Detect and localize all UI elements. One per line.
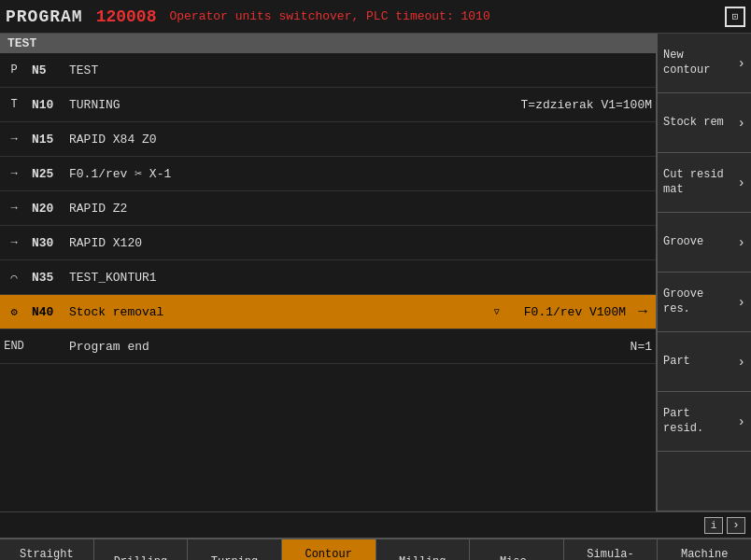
- row-content-row-p: N5TEST: [28, 63, 656, 77]
- btn-part-resid-label: Part resid.: [663, 407, 736, 436]
- row-content-row-end: Program endN=1: [28, 340, 656, 354]
- row-icon-row-r4: →: [0, 226, 28, 259]
- program-list: PN5TESTTN10TURNINGT=zdzierak V1=100M→N15…: [0, 53, 656, 511]
- tb-drilling[interactable]: Drilling: [94, 539, 189, 560]
- btn-part-resid[interactable]: Part resid.›: [658, 392, 751, 452]
- row-content-row-r3: N20RAPID Z2: [28, 202, 656, 216]
- btn-cut-resid[interactable]: Cut resid mat›: [658, 153, 751, 213]
- row-cmd-row-r2: F0.1/rev ✂ X-1: [69, 166, 652, 181]
- program-area: TEST PN5TESTTN10TURNINGT=zdzierak V1=100…: [0, 34, 656, 511]
- row-cmd-row-r1: RAPID X84 Z0: [69, 133, 652, 147]
- btn-new-contour-label: New contour: [663, 49, 736, 77]
- row-content-row-r1: N15RAPID X84 Z0: [28, 133, 656, 147]
- row-content-row-r2: N25F0.1/rev ✂ X-1: [28, 166, 656, 181]
- btn-groove-label: Groove: [663, 235, 736, 250]
- row-cmd-row-c: TEST_KONTUR1: [69, 271, 652, 285]
- btn-part-resid-arrow: ›: [738, 414, 745, 429]
- btn-groove-res-label: Groove res.: [663, 287, 736, 316]
- row-content-row-t: N10TURNINGT=zdzierak V1=100M: [28, 98, 656, 112]
- row-n-row-p: N5: [32, 63, 69, 77]
- btn-empty[interactable]: [658, 452, 751, 511]
- row-cmd-row-r3: RAPID Z2: [69, 202, 652, 216]
- row-n-row-r4: N30: [32, 236, 69, 250]
- program-row-row-t[interactable]: TN10TURNINGT=zdzierak V1=100M: [0, 88, 656, 122]
- tb-turning[interactable]: Turning: [188, 539, 282, 560]
- row-triangle-row-sel: ▽: [494, 306, 500, 317]
- program-row-row-r2[interactable]: →N25F0.1/rev ✂ X-1: [0, 157, 656, 191]
- row-icon-row-r1: →: [0, 122, 28, 156]
- program-row-row-end[interactable]: ENDProgram endN=1: [0, 329, 656, 364]
- btn-groove-arrow: ›: [738, 235, 745, 250]
- row-icon-row-r2: →: [0, 157, 28, 190]
- btn-new-contour-arrow: ›: [738, 56, 745, 71]
- btn-groove-res-arrow: ›: [738, 295, 745, 310]
- row-n-row-c: N35: [32, 271, 69, 285]
- row-icon-row-t: T: [0, 88, 28, 121]
- program-title: TEST: [0, 34, 656, 53]
- program-label: PROGRAM: [6, 7, 83, 26]
- row-cmd-row-end: Program end: [69, 340, 612, 354]
- header: PROGRAM 120008 Operator units switchover…: [0, 0, 751, 34]
- btn-groove[interactable]: Groove›: [658, 213, 751, 273]
- program-row-row-sel[interactable]: ⚙N40Stock removal▽F0.1/rev V100M→: [0, 295, 656, 329]
- row-content-row-r4: N30RAPID X120: [28, 236, 656, 250]
- program-row-row-c[interactable]: ⌒N35TEST_KONTUR1: [0, 260, 656, 295]
- row-extra-row-sel: F0.1/rev V100M: [524, 305, 626, 319]
- program-row-row-r4[interactable]: →N30RAPID X120: [0, 226, 656, 260]
- row-cmd-row-r4: RAPID X120: [69, 236, 652, 250]
- btn-part[interactable]: Part›: [658, 332, 751, 392]
- program-row-row-r3[interactable]: →N20RAPID Z2: [0, 191, 656, 226]
- status-arrow-button[interactable]: ›: [727, 517, 745, 534]
- tb-contour-turning[interactable]: Contour turning: [282, 539, 376, 560]
- info-button[interactable]: i: [704, 517, 723, 534]
- btn-stock-rem[interactable]: Stock rem›: [658, 93, 751, 153]
- btn-cut-resid-arrow: ›: [738, 175, 745, 190]
- row-n-row-t: N10: [32, 98, 69, 112]
- row-icon-row-end: END: [0, 329, 28, 363]
- btn-part-label: Part: [663, 355, 736, 370]
- header-icon[interactable]: ⊡: [725, 7, 745, 27]
- row-content-row-c: N35TEST_KONTUR1: [28, 271, 656, 285]
- tb-milling[interactable]: Milling: [376, 539, 471, 560]
- tb-straight-circle[interactable]: Straight Circle: [0, 539, 94, 560]
- status-icons: i ›: [704, 517, 745, 534]
- program-row-row-r1[interactable]: →N15RAPID X84 Z0: [0, 122, 656, 157]
- row-n-row-sel: N40: [32, 305, 69, 319]
- row-extra-row-t: T=zdzierak V1=100M: [521, 98, 652, 112]
- row-cmd-row-t: TURNING: [69, 98, 503, 112]
- btn-stock-rem-arrow: ›: [738, 116, 745, 131]
- row-cmd-row-sel: Stock removal: [69, 305, 489, 319]
- main-layout: TEST PN5TESTTN10TURNINGT=zdzierak V1=100…: [0, 34, 751, 511]
- program-row-row-p[interactable]: PN5TEST: [0, 53, 656, 88]
- btn-cut-resid-label: Cut resid mat: [663, 168, 736, 197]
- row-content-row-sel: N40Stock removal▽F0.1/rev V100M: [28, 305, 630, 319]
- row-icon-row-sel: ⚙: [0, 295, 28, 329]
- btn-new-contour[interactable]: New contour›: [658, 34, 751, 93]
- btn-stock-rem-label: Stock rem: [663, 116, 736, 131]
- row-icon-row-c: ⌒: [0, 260, 28, 294]
- error-code: 120008: [96, 7, 157, 26]
- tb-misc[interactable]: Misc.: [470, 539, 564, 560]
- row-n-row-r3: N20: [32, 202, 69, 216]
- tb-machine-here[interactable]: Machine from here: [658, 539, 751, 560]
- row-arrow-row-sel: →: [630, 303, 656, 320]
- status-bar: i ›: [0, 511, 751, 538]
- row-n-row-r2: N25: [32, 167, 69, 181]
- btn-part-arrow: ›: [738, 355, 745, 370]
- row-n-row-r1: N15: [32, 133, 69, 147]
- row-icon-row-r3: →: [0, 191, 28, 225]
- tb-simulation[interactable]: Simula- tion: [564, 539, 659, 560]
- row-extra-row-end: N=1: [631, 340, 652, 354]
- bottom-toolbar: Straight CircleDrillingTurningContour tu…: [0, 538, 751, 560]
- btn-groove-res[interactable]: Groove res.›: [658, 273, 751, 332]
- row-cmd-row-p: TEST: [69, 63, 652, 77]
- sidebar: New contour›Stock rem›Cut resid mat›Groo…: [656, 34, 751, 511]
- row-icon-row-p: P: [0, 53, 28, 87]
- header-message: Operator units switchover, PLC timeout: …: [169, 9, 489, 23]
